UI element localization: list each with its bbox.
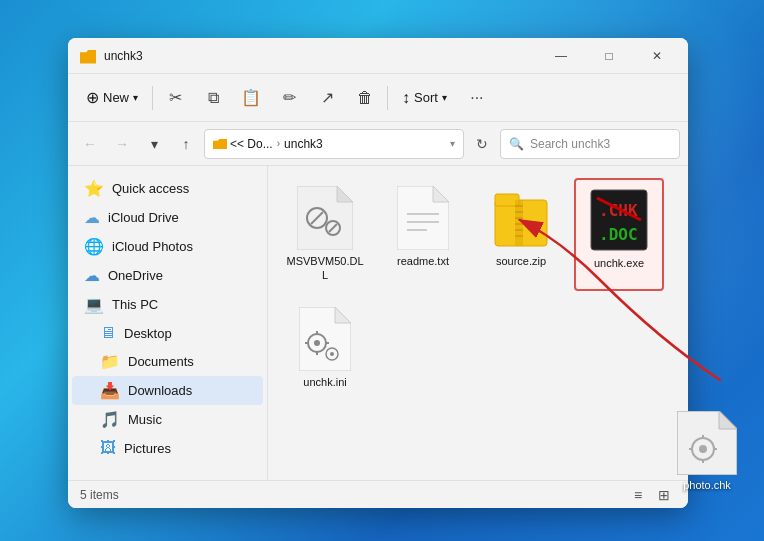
refresh-button[interactable]: ↻ <box>468 130 496 158</box>
file-item-ini[interactable]: unchk.ini <box>280 299 370 397</box>
zip-file-icon <box>489 186 553 250</box>
new-icon: ⊕ <box>86 88 99 107</box>
svg-marker-35 <box>719 411 737 429</box>
sidebar: ⭐ Quick access ☁ iCloud Drive 🌐 iCloud P… <box>68 166 268 480</box>
onedrive-icon: ☁ <box>84 266 100 285</box>
more-options-button[interactable]: ··· <box>459 80 495 116</box>
icloud-photos-icon: 🌐 <box>84 237 104 256</box>
sidebar-item-icloud-drive[interactable]: ☁ iCloud Drive <box>72 203 263 232</box>
file-item-txt[interactable]: readme.txt <box>378 178 468 291</box>
breadcrumb-folder: << Do... <box>213 137 273 151</box>
txt-file-icon <box>391 186 455 250</box>
share-button[interactable]: ↗ <box>309 80 345 116</box>
search-box[interactable]: 🔍 Search unchk3 <box>500 129 680 159</box>
toolbar-separator-1 <box>152 86 153 110</box>
paste-icon: 📋 <box>241 88 261 107</box>
svg-point-33 <box>330 352 334 356</box>
svg-marker-7 <box>433 186 449 202</box>
sidebar-item-this-pc[interactable]: 💻 This PC <box>72 290 263 319</box>
breadcrumb-separator: › <box>277 138 280 149</box>
search-placeholder: Search unchk3 <box>530 137 610 151</box>
list-view-button[interactable]: ≡ <box>626 484 650 506</box>
window-folder-icon <box>80 48 96 64</box>
minimize-button[interactable]: — <box>538 41 584 71</box>
svg-marker-1 <box>337 186 353 202</box>
svg-text:.DOC: .DOC <box>599 225 638 244</box>
content-area: ⭐ Quick access ☁ iCloud Drive 🌐 iCloud P… <box>68 166 688 480</box>
file-label-txt: readme.txt <box>397 254 449 268</box>
sidebar-item-onedrive[interactable]: ☁ OneDrive <box>72 261 263 290</box>
view-toggle-buttons: ≡ ⊞ <box>626 484 676 506</box>
search-icon: 🔍 <box>509 137 524 151</box>
toolbar: ⊕ New ▾ ✂ ⧉ 📋 ✏ ↗ 🗑 ↕ Sort ▾ ··· <box>68 74 688 122</box>
breadcrumb-folder-icon <box>213 138 227 149</box>
up-button[interactable]: ↑ <box>172 130 200 158</box>
delete-button[interactable]: 🗑 <box>347 80 383 116</box>
breadcrumb-dropdown-icon: ▾ <box>450 138 455 149</box>
close-button[interactable]: ✕ <box>634 41 680 71</box>
sidebar-item-label-quick-access: Quick access <box>112 181 189 196</box>
copy-button[interactable]: ⧉ <box>195 80 231 116</box>
dll-file-icon <box>293 186 357 250</box>
documents-icon: 📁 <box>100 352 120 371</box>
sidebar-item-desktop[interactable]: 🖥 Desktop <box>72 319 263 347</box>
back-button[interactable]: ← <box>76 130 104 158</box>
file-grid: MSVBVM50.DLL readme.txt <box>268 166 688 480</box>
sort-icon: ↕ <box>402 89 410 107</box>
breadcrumb[interactable]: << Do... › unchk3 ▾ <box>204 129 464 159</box>
desktop-icon: 🖥 <box>100 324 116 342</box>
breadcrumb-path-prefix: << Do... <box>230 137 273 151</box>
dropdown-button[interactable]: ▾ <box>140 130 168 158</box>
new-label: New <box>103 90 129 105</box>
rename-button[interactable]: ✏ <box>271 80 307 116</box>
maximize-button[interactable]: □ <box>586 41 632 71</box>
sidebar-item-music[interactable]: 🎵 Music <box>72 405 263 434</box>
sidebar-item-quick-access[interactable]: ⭐ Quick access <box>72 174 263 203</box>
file-label-exe: unchk.exe <box>594 256 644 270</box>
sort-dropdown-icon: ▾ <box>442 92 447 103</box>
file-label-dll: MSVBVM50.DLL <box>284 254 366 283</box>
sidebar-item-documents[interactable]: 📁 Documents <box>72 347 263 376</box>
quick-access-icon: ⭐ <box>84 179 104 198</box>
downloads-icon: 📥 <box>100 381 120 400</box>
this-pc-icon: 💻 <box>84 295 104 314</box>
sidebar-item-label-music: Music <box>128 412 162 427</box>
file-label-ini: unchk.ini <box>303 375 346 389</box>
new-dropdown-icon: ▾ <box>133 92 138 103</box>
svg-point-27 <box>314 340 320 346</box>
sidebar-item-label-onedrive: OneDrive <box>108 268 163 283</box>
icloud-drive-icon: ☁ <box>84 208 100 227</box>
sort-button[interactable]: ↕ Sort ▾ <box>392 83 457 113</box>
file-item-zip[interactable]: source.zip <box>476 178 566 291</box>
paste-button[interactable]: 📋 <box>233 80 269 116</box>
cut-button[interactable]: ✂ <box>157 80 193 116</box>
sidebar-item-label-downloads: Downloads <box>128 383 192 398</box>
exe-file-icon: .CHK .DOC <box>587 188 651 252</box>
delete-icon: 🗑 <box>357 89 373 107</box>
status-bar: 5 items ≡ ⊞ <box>68 480 688 508</box>
breadcrumb-current: unchk3 <box>284 137 323 151</box>
sidebar-item-icloud-photos[interactable]: 🌐 iCloud Photos <box>72 232 263 261</box>
file-explorer-window: unchk3 — □ ✕ ⊕ New ▾ ✂ ⧉ 📋 ✏ ↗ 🗑 <box>68 38 688 508</box>
file-label-zip: source.zip <box>496 254 546 268</box>
sidebar-item-downloads[interactable]: 📥 Downloads <box>72 376 263 405</box>
new-button[interactable]: ⊕ New ▾ <box>76 82 148 113</box>
copy-icon: ⧉ <box>208 89 219 107</box>
forward-button[interactable]: → <box>108 130 136 158</box>
address-bar: ← → ▾ ↑ << Do... › unchk3 ▾ ↻ 🔍 Search u… <box>68 122 688 166</box>
chk-file-icon <box>677 411 737 475</box>
floating-file-label: photo.chk <box>683 479 731 491</box>
status-items-count: 5 items <box>80 488 119 502</box>
file-item-dll[interactable]: MSVBVM50.DLL <box>280 178 370 291</box>
rename-icon: ✏ <box>283 88 296 107</box>
sidebar-item-label-icloud-photos: iCloud Photos <box>112 239 193 254</box>
sidebar-item-label-icloud-drive: iCloud Drive <box>108 210 179 225</box>
sidebar-item-pictures[interactable]: 🖼 Pictures <box>72 434 263 462</box>
window-title: unchk3 <box>104 49 538 63</box>
title-bar-controls: — □ ✕ <box>538 41 680 71</box>
file-item-exe[interactable]: .CHK .DOC unchk.exe <box>574 178 664 291</box>
sidebar-item-label-this-pc: This PC <box>112 297 158 312</box>
floating-file-chk[interactable]: photo.chk <box>672 411 742 491</box>
ini-file-icon <box>293 307 357 371</box>
sidebar-item-label-desktop: Desktop <box>124 326 172 341</box>
